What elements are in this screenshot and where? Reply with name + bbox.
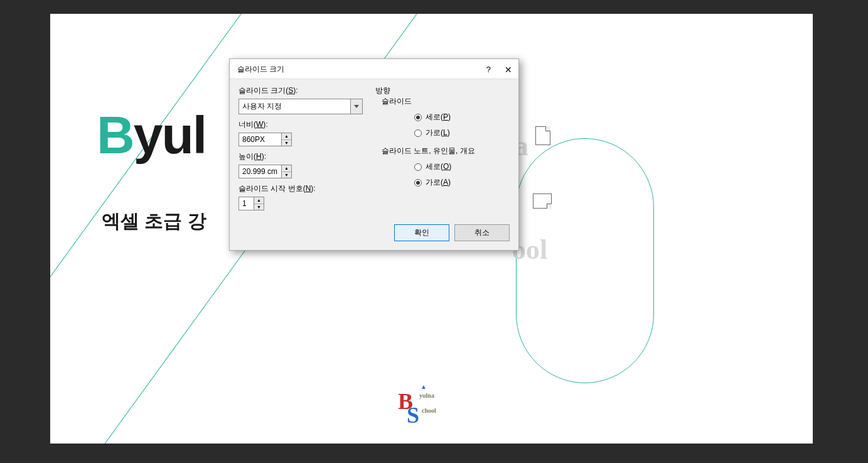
slide-portrait-label: 세로(P): [426, 112, 451, 123]
slide-size-value: 사용자 지정: [238, 99, 350, 114]
notes-portrait-radio[interactable]: 세로(O): [414, 161, 510, 172]
slide-logo: ▲ B S yulna chool: [398, 384, 448, 428]
help-button[interactable]: ?: [486, 65, 491, 74]
radio-icon: [414, 114, 422, 121]
start-number-spinner[interactable]: 1 ▲ ▼: [238, 197, 265, 210]
startnum-spin-up[interactable]: ▲: [254, 197, 264, 204]
slide-orientation-label: 슬라이드: [382, 96, 510, 107]
width-spin-down[interactable]: ▼: [282, 140, 291, 146]
cancel-button[interactable]: 취소: [454, 224, 510, 241]
slide-size-dialog: 슬라이드 크기 ? ✕ 슬라이드 크기(S): 사용자 지정 너비(W): 86…: [229, 58, 519, 251]
radio-icon: [414, 163, 422, 171]
startnum-spin-down[interactable]: ▼: [254, 204, 264, 210]
slide-title: Byul: [97, 105, 206, 166]
dialog-titlebar[interactable]: 슬라이드 크기 ? ✕: [230, 59, 518, 79]
logo-s: S: [407, 402, 419, 428]
dialog-title: 슬라이드 크기: [237, 64, 284, 75]
orientation-title: 방향: [375, 86, 390, 95]
width-spin-up[interactable]: ▲: [282, 133, 291, 140]
slide-subtitle: 엑셀 초급 강: [102, 209, 206, 234]
height-label: 높이(H):: [238, 151, 364, 162]
width-spinner[interactable]: 860PX ▲ ▼: [238, 133, 295, 146]
height-spin-up[interactable]: ▲: [282, 165, 291, 172]
height-spin-down[interactable]: ▼: [282, 172, 291, 178]
slide-landscape-radio[interactable]: 가로(L): [414, 128, 510, 138]
dialog-body: 슬라이드 크기(S): 사용자 지정 너비(W): 860PX ▲ ▼ 높이(H…: [230, 79, 518, 219]
radio-icon: [414, 179, 422, 187]
logo-yulna: yulna: [419, 392, 434, 399]
notes-orientation-label: 슬라이드 노트, 유인물, 개요: [382, 146, 510, 156]
slide-size-label: 슬라이드 크기(S):: [238, 85, 364, 96]
notes-landscape-radio[interactable]: 가로(A): [414, 177, 510, 188]
start-number-label: 슬라이드 시작 번호(N):: [238, 183, 364, 194]
notes-landscape-label: 가로(A): [426, 177, 451, 188]
logo-chool: chool: [422, 407, 436, 414]
start-number-input[interactable]: 1: [238, 197, 254, 210]
title-accent: B: [97, 106, 134, 165]
notes-portrait-label: 세로(O): [426, 161, 451, 172]
logo-star-icon: ▲: [421, 383, 427, 390]
ok-button[interactable]: 확인: [394, 224, 449, 241]
width-label: 너비(W):: [238, 119, 364, 130]
title-rest: yul: [134, 106, 206, 165]
slide-portrait-radio[interactable]: 세로(P): [414, 112, 510, 123]
slide-size-dropdown[interactable]: 사용자 지정: [238, 99, 363, 114]
radio-icon: [414, 129, 422, 137]
portrait-page-icon: [535, 126, 550, 145]
height-input[interactable]: 20.999 cm: [238, 165, 281, 178]
dialog-footer: 확인 취소: [230, 219, 518, 250]
dropdown-arrow-icon[interactable]: [350, 99, 363, 114]
height-spinner[interactable]: 20.999 cm ▲ ▼: [238, 165, 295, 178]
dialog-left-column: 슬라이드 크기(S): 사용자 지정 너비(W): 860PX ▲ ▼ 높이(H…: [238, 85, 364, 215]
slide-landscape-label: 가로(L): [426, 128, 450, 138]
landscape-page-icon: [533, 193, 552, 209]
width-input[interactable]: 860PX: [238, 133, 281, 146]
dialog-right-column: 방향 슬라이드 세로(P) 가로(L) 슬라이드 노트, 유인물, 개요: [375, 85, 510, 215]
close-button[interactable]: ✕: [505, 65, 512, 75]
